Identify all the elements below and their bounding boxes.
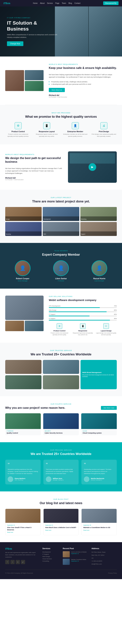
footer-copyright: © ITfirm 2020 Company. All Rights Reserv…: [5, 572, 33, 574]
skill-label-3: IT Support: [49, 318, 55, 319]
video-play-button[interactable]: ▶: [88, 163, 96, 171]
case-card-1[interactable]: Security Cyber Security Services: [43, 413, 79, 435]
project-img-0[interactable]: Design: [5, 207, 42, 221]
hero-section: IT Our IT/firm Company IT Solution & Bus…: [0, 6, 122, 56]
address-phone: +1 303-123-9876: [92, 560, 117, 562]
nav-cta-button[interactable]: Discovered By: [103, 2, 118, 5]
case-card-image-2: [81, 413, 117, 429]
footer-privacy-policy[interactable]: Privacy Policy: [108, 572, 117, 574]
blog-post-title-1: How Much Does a Website Cost to Build?: [45, 526, 77, 529]
testimonial-text-2: Outstanding services and support. The te…: [84, 468, 114, 475]
footer-logo[interactable]: ITfirm: [5, 548, 39, 550]
skill-percent-3: 90%: [114, 318, 117, 319]
quote-mark-2: ": [84, 462, 114, 467]
footer-link-cloud[interactable]: Cloud Services: [42, 558, 59, 560]
author-role-2: Director, InnovateCo: [91, 480, 104, 480]
blog-date-2: September 26: [83, 524, 115, 526]
safe-sig-title: Co-Founder / Chief Executive: [49, 96, 117, 98]
recent-post-1: Maintain Countdown Motion September 24: [63, 559, 88, 565]
nav-about[interactable]: About: [40, 2, 44, 4]
author-role-1: Manager, StartupCo: [53, 480, 64, 480]
blog-excerpt-1[interactable]: Read more: [45, 530, 77, 531]
skill-label-0: CPU Development: [49, 305, 60, 307]
social-google[interactable]: g+: [21, 560, 25, 564]
author-avatar-0: [8, 476, 13, 482]
nav-service[interactable]: Service: [47, 2, 53, 4]
software-image-main: [5, 296, 44, 320]
blog-excerpt-2[interactable]: Read more: [83, 530, 115, 531]
case-card-0[interactable]: IT Service Quality Control: [5, 413, 41, 435]
project-label-3: Branding: [6, 234, 11, 235]
service-name-2: Enterprise Member: [62, 130, 88, 132]
case-card-2[interactable]: Cloud Cloud Computing system: [81, 413, 117, 435]
projects-grid: Design Development Marketing Branding SE…: [5, 207, 117, 236]
footer-link-consulting[interactable]: Consulting: [42, 560, 59, 562]
project-img-3[interactable]: Branding: [5, 222, 42, 236]
software-image-sm-1: [5, 321, 24, 331]
team-role-1: IT Director: [44, 280, 78, 282]
case-more-button[interactable]: See More Case: [101, 406, 117, 410]
testimonials-title: We are Trusted 25+ Countries Worldwide: [5, 452, 117, 456]
sw-feat-desc-2: Layout design more advanced quality and …: [96, 332, 117, 336]
safe-more-button[interactable]: More About Us: [49, 88, 65, 92]
service-card-0: ⚙ Product Control Product controls more …: [5, 122, 31, 138]
hero-description: Webit offers comprehensive IT services t…: [7, 34, 59, 38]
project-label-1: Development: [44, 218, 50, 220]
blog-card-0[interactable]: September 22 Give Your Small IT firm a H…: [5, 509, 40, 535]
blog-title: Our blog list and latest news: [5, 501, 117, 505]
blog-card-image-1: [44, 509, 78, 523]
project-label-4: SEO: [44, 234, 46, 235]
footer-link-it[interactable]: IT Support: [42, 554, 59, 555]
testimonials-tag: Our Provide Service: [5, 449, 117, 451]
rp-title-1: Maintain Countdown Motion: [71, 559, 86, 560]
case-header: Why you are case project! some reason he…: [5, 406, 117, 410]
project-img-2[interactable]: Marketing: [80, 207, 117, 221]
case-title-1: Cyber Security Services: [44, 432, 78, 434]
project-img-5[interactable]: Support: [80, 222, 117, 236]
nav-home[interactable]: Home: [33, 2, 38, 4]
team-role-2: Lead Developer: [82, 280, 117, 282]
social-twitter[interactable]: t: [10, 560, 15, 564]
nav-page[interactable]: Page: [55, 2, 59, 4]
skill-percent-0: 75%: [114, 305, 117, 307]
project-img-4[interactable]: SEO: [43, 222, 79, 236]
safe-image-2: [25, 70, 44, 80]
testimonials-section: Our Provide Service We are Trusted 25+ C…: [0, 442, 122, 491]
design-video: ▶: [68, 151, 117, 183]
service-desc-0: Product controls more advanced specially…: [5, 133, 31, 138]
footer-link-web[interactable]: Web Design: [42, 556, 59, 557]
team-name-1: Liben Sarkar: [44, 278, 78, 280]
skill-label-1: Web Design: [49, 309, 56, 311]
skill-percent-2: 60%: [114, 314, 117, 315]
blog-tag: Our Blog Post: [5, 498, 117, 500]
blog-card-2[interactable]: September 26 Maintain a Countdown Motion…: [82, 509, 117, 535]
project-img-1[interactable]: Development: [43, 207, 79, 221]
nav-logo[interactable]: ITfirm: [4, 2, 10, 5]
design-tag: World's Best Requirements: [5, 154, 63, 156]
team-section: Team Member Expert Company Membar 👤 Robe…: [0, 243, 122, 288]
design-signature: Richard del: [5, 177, 63, 179]
nav-contact[interactable]: Contact: [74, 2, 80, 4]
trusted-section: Our Trusted Service We are Trusted 25+ C…: [0, 343, 122, 396]
trusted-title: We are Trusted 25+ Countries Worldwide: [5, 352, 117, 356]
author-name-1: William Hore: [53, 478, 64, 480]
software-image-sm-2: [25, 321, 44, 331]
design-description: We have been helping organizations throu…: [5, 167, 63, 175]
social-linkedin[interactable]: in: [16, 560, 20, 564]
nav-team[interactable]: Team: [62, 2, 66, 4]
nav-blog[interactable]: Blog: [68, 2, 72, 4]
social-facebook[interactable]: f: [5, 560, 10, 564]
address-line-1: New York, NY 10012: [92, 554, 117, 556]
blog-excerpt-0[interactable]: Read more: [7, 532, 39, 533]
hero-image-1: [55, 6, 88, 56]
rp-image-0: [63, 551, 70, 557]
safe-image-1: [5, 70, 24, 91]
hero-cta-button[interactable]: Change Now: [7, 41, 23, 46]
address-email: info@ITfirm.com: [92, 563, 117, 565]
blog-card-1[interactable]: September 24 How Much Does a Website Cos…: [44, 509, 79, 535]
footer-recent-heading: Recent Post: [63, 548, 88, 550]
services-tag: What We Provided: [5, 112, 117, 114]
footer-about: ITfirm We are well experienced organizat…: [5, 548, 39, 566]
safe-description: We have been helping organization throug…: [49, 74, 117, 78]
footer-link-dev[interactable]: Development: [42, 551, 59, 553]
